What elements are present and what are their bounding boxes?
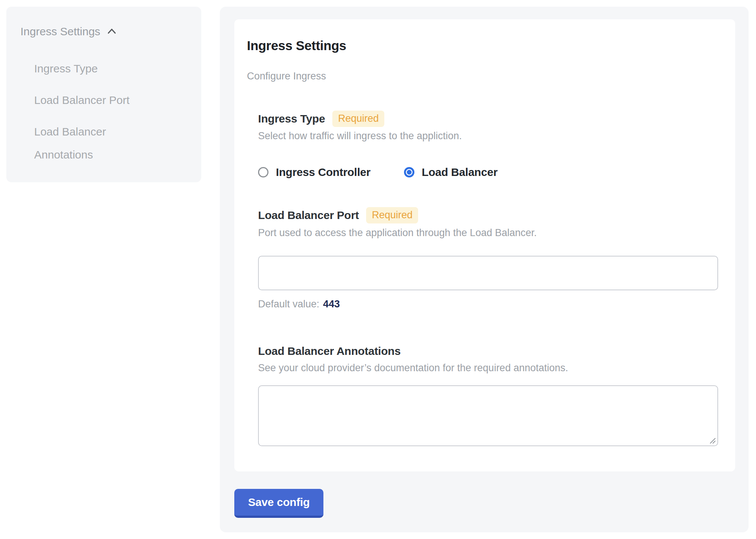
default-value-number: 443 (323, 298, 340, 310)
sidebar-group-ingress-settings[interactable]: Ingress Settings (20, 25, 187, 38)
radio-load-balancer[interactable]: Load Balancer (404, 166, 498, 179)
section-ingress-type: Ingress Type Required Select how traffic… (258, 111, 718, 179)
sidebar-nav-list: Ingress Type Load Balancer Port Load Bal… (34, 57, 187, 166)
ingress-settings-card: Ingress Settings Configure Ingress Ingre… (234, 19, 735, 471)
sidebar-item-load-balancer-port[interactable]: Load Balancer Port (34, 89, 160, 112)
default-value-label: Default value: (258, 298, 319, 310)
lb-port-label: Load Balancer Port (258, 208, 359, 222)
lb-annotations-description: See your cloud provider’s documentation … (258, 361, 718, 375)
sidebar-item-ingress-type[interactable]: Ingress Type (34, 57, 160, 80)
ingress-type-radio-group: Ingress Controller Load Balancer (258, 166, 718, 179)
resize-handle-icon[interactable] (708, 436, 716, 444)
ingress-type-description: Select how traffic will ingress to the a… (258, 129, 718, 143)
page-subtitle: Configure Ingress (247, 70, 718, 82)
section-load-balancer-port: Load Balancer Port Required Port used to… (258, 207, 718, 311)
radio-circle-icon[interactable] (404, 167, 414, 177)
chevron-up-icon[interactable] (106, 26, 117, 37)
radio-ingress-controller[interactable]: Ingress Controller (258, 166, 371, 179)
ingress-type-label: Ingress Type (258, 112, 325, 126)
page-title: Ingress Settings (247, 38, 718, 53)
lb-annotations-label: Load Balancer Annotations (258, 344, 401, 358)
required-badge: Required (332, 111, 384, 127)
settings-sidebar: Ingress Settings Ingress Type Load Balan… (6, 7, 201, 182)
sidebar-group-label: Ingress Settings (20, 25, 100, 38)
required-badge: Required (366, 207, 418, 223)
lb-port-description: Port used to access the application thro… (258, 226, 718, 239)
radio-circle-icon[interactable] (258, 167, 268, 177)
default-value-row: Default value:443 (258, 297, 718, 311)
sidebar-item-load-balancer-annotations[interactable]: Load Balancer Annotations (34, 120, 160, 166)
main-panel: Ingress Settings Configure Ingress Ingre… (220, 7, 749, 532)
lb-annotations-textarea[interactable] (258, 385, 718, 446)
radio-label: Load Balancer (422, 166, 498, 179)
section-load-balancer-annotations: Load Balancer Annotations See your cloud… (258, 344, 718, 446)
lb-port-input[interactable] (258, 256, 718, 290)
save-config-button[interactable]: Save config (234, 489, 323, 518)
radio-label: Ingress Controller (276, 166, 371, 179)
